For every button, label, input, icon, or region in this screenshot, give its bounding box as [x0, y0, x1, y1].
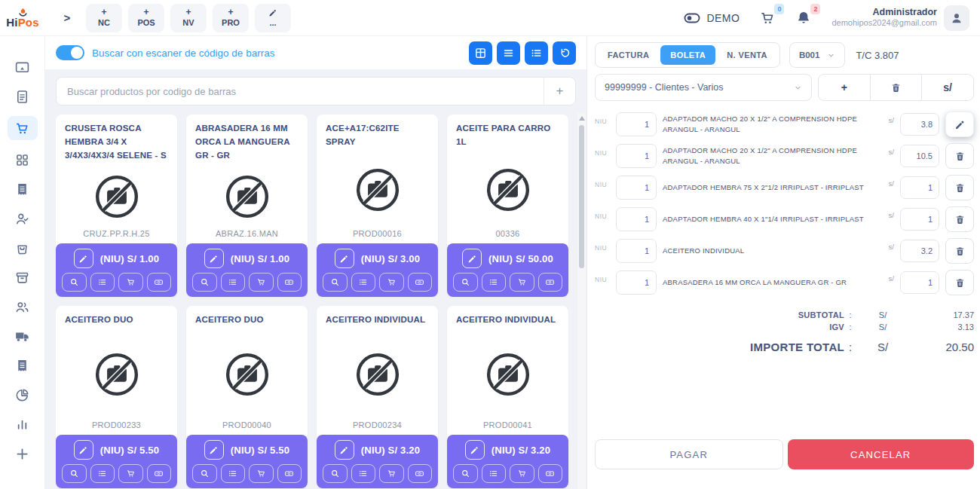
delete-item-button[interactable] [945, 238, 974, 264]
edit-item-button[interactable] [945, 112, 974, 137]
price-input[interactable] [900, 145, 939, 167]
catalog-scrollbar[interactable] [577, 113, 586, 489]
demo-mode-toggle[interactable]: DEMO [684, 10, 740, 26]
pay-button[interactable]: PAGAR [595, 439, 783, 469]
sidebar-item-catalog[interactable] [8, 150, 38, 170]
sidebar-item-inventory[interactable] [8, 267, 38, 287]
tab-factura[interactable]: FACTURA [598, 45, 659, 65]
price-input[interactable] [900, 113, 939, 136]
product-details-button[interactable] [482, 464, 507, 483]
price-input[interactable] [900, 208, 939, 231]
product-price-button[interactable] [408, 464, 433, 483]
zoom-product-button[interactable] [323, 273, 348, 292]
zoom-product-button[interactable] [453, 273, 478, 292]
client-select[interactable]: 99999999 - Clientes - Varios [595, 74, 812, 101]
add-to-cart-button[interactable] [379, 273, 404, 292]
new-pos-button[interactable]: + POS [128, 4, 164, 32]
new-nc-button[interactable]: + NC [86, 4, 122, 32]
product-price-button[interactable] [538, 273, 563, 292]
quantity-input[interactable] [616, 144, 657, 168]
header-cart-button[interactable]: 0 [759, 10, 776, 26]
zoom-product-button[interactable] [453, 464, 478, 483]
notifications-button[interactable]: 2 [795, 10, 812, 26]
sidebar-item-clients[interactable] [8, 209, 38, 228]
product-price-button[interactable] [147, 464, 172, 483]
edit-price-button[interactable] [74, 440, 93, 460]
sidebar-item-statistics[interactable] [8, 385, 38, 405]
series-select[interactable]: B001 [789, 42, 846, 68]
edit-more-button[interactable]: ... [255, 4, 291, 32]
sidebar-item-users[interactable] [8, 297, 38, 316]
sidebar-item-pos-cart[interactable] [8, 116, 38, 140]
delete-item-button[interactable] [945, 175, 974, 200]
add-to-cart-button[interactable] [249, 273, 274, 292]
sidebar-item-shipping[interactable] [8, 326, 38, 346]
currency-button[interactable]: s/ [921, 75, 973, 100]
zoom-product-button[interactable] [192, 464, 217, 483]
add-to-cart-button[interactable] [510, 273, 534, 292]
sidebar-item-reports[interactable] [8, 356, 38, 375]
quantity-input[interactable] [616, 207, 657, 231]
product-price-button[interactable] [538, 464, 563, 483]
zoom-product-button[interactable] [62, 464, 87, 483]
zoom-product-button[interactable] [192, 273, 217, 292]
add-to-cart-button[interactable] [510, 464, 534, 483]
product-price-button[interactable] [147, 273, 172, 292]
barcode-scanner-toggle[interactable] [56, 45, 84, 60]
list-view-button[interactable] [525, 41, 548, 65]
new-nv-button[interactable]: + NV [170, 4, 207, 32]
product-details-button[interactable] [482, 273, 507, 292]
grid-view-button[interactable] [469, 41, 492, 65]
edit-price-button[interactable] [204, 440, 224, 460]
add-client-button[interactable]: + [819, 75, 870, 100]
new-pro-button[interactable]: + PRO [213, 4, 249, 32]
edit-price-button[interactable] [465, 440, 485, 460]
add-product-button[interactable]: + [544, 78, 575, 105]
zoom-product-button[interactable] [323, 464, 348, 483]
quantity-input[interactable] [616, 112, 657, 136]
quantity-input[interactable] [616, 270, 657, 295]
reset-view-button[interactable] [553, 41, 576, 65]
delete-item-button[interactable] [945, 206, 974, 232]
sidebar-item-analytics[interactable] [8, 414, 38, 434]
edit-price-button[interactable] [335, 249, 354, 268]
product-price-button[interactable] [277, 464, 302, 483]
scroll-up-arrow[interactable] [579, 116, 585, 121]
price-input[interactable] [900, 176, 939, 199]
tab-boleta[interactable]: BOLETA [660, 45, 715, 65]
product-details-button[interactable] [351, 273, 376, 292]
product-price-button[interactable] [408, 273, 433, 292]
delete-item-button[interactable] [945, 270, 974, 295]
sidebar-item-receipts[interactable] [8, 179, 38, 199]
add-to-cart-button[interactable] [118, 273, 143, 292]
user-menu[interactable]: Administrador demohipos2024@gmail.com [831, 5, 969, 31]
product-details-button[interactable] [351, 464, 376, 483]
sidebar-item-add[interactable] [8, 444, 38, 463]
product-details-button[interactable] [221, 464, 246, 483]
sidebar-item-documents[interactable] [8, 87, 38, 106]
product-details-button[interactable] [221, 273, 246, 292]
sidebar-item-purchases[interactable] [8, 238, 38, 258]
scrollbar-thumb[interactable] [579, 125, 584, 268]
clear-ticket-button[interactable] [870, 75, 922, 100]
product-price-button[interactable] [277, 273, 302, 292]
price-input[interactable] [900, 240, 939, 262]
edit-price-button[interactable] [462, 249, 482, 268]
add-to-cart-button[interactable] [118, 464, 143, 483]
sidebar-collapse-button[interactable]: > [56, 7, 78, 29]
edit-price-button[interactable] [74, 249, 93, 268]
product-details-button[interactable] [90, 273, 115, 292]
sidebar-item-screen-cast[interactable] [8, 57, 38, 77]
delete-item-button[interactable] [945, 143, 974, 169]
add-to-cart-button[interactable] [379, 464, 404, 483]
price-input[interactable] [900, 271, 939, 294]
product-details-button[interactable] [90, 464, 115, 483]
tab-nota-venta[interactable]: N. VENTA [717, 45, 777, 65]
edit-price-button[interactable] [335, 440, 354, 460]
menu-view-button[interactable] [497, 41, 520, 65]
add-to-cart-button[interactable] [249, 464, 274, 483]
quantity-input[interactable] [616, 239, 657, 263]
cancel-button[interactable]: CANCELAR [788, 439, 975, 469]
quantity-input[interactable] [616, 176, 657, 200]
zoom-product-button[interactable] [62, 273, 87, 292]
